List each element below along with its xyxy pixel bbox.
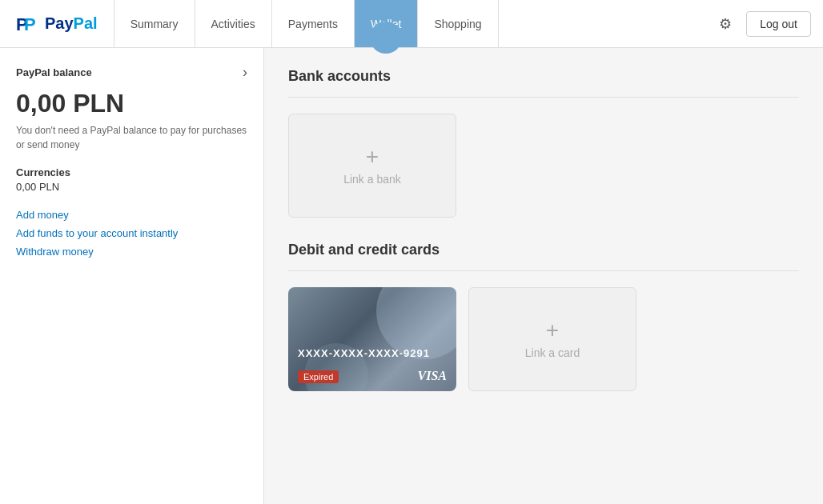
currencies-title: Currencies bbox=[16, 166, 247, 178]
nav-item-payments[interactable]: Payments bbox=[272, 0, 355, 47]
currencies-section: Currencies 0,00 PLN bbox=[16, 166, 247, 193]
settings-button[interactable]: ⚙ bbox=[713, 9, 738, 39]
main-layout: PayPal balance › 0,00 PLN You don't need… bbox=[0, 48, 823, 504]
logout-button[interactable]: Log out bbox=[746, 11, 811, 37]
debit-cards-row: XXXX-XXXX-XXXX-9291 Expired VISA + Link … bbox=[288, 287, 799, 391]
card-brand-logo: VISA bbox=[418, 369, 447, 383]
balance-title: PayPal balance bbox=[16, 66, 92, 78]
link-bank-plus-icon: + bbox=[366, 146, 379, 168]
debit-credit-title: Debit and credit cards bbox=[288, 242, 799, 258]
sidebar: PayPal balance › 0,00 PLN You don't need… bbox=[0, 48, 264, 504]
sidebar-links: Add money Add funds to your account inst… bbox=[16, 209, 247, 258]
link-card-plus-icon: + bbox=[546, 319, 559, 342]
paypal-logo-icon: P P bbox=[16, 11, 42, 37]
nav-item-summary[interactable]: Summary bbox=[114, 0, 195, 47]
bank-accounts-title: Bank accounts bbox=[288, 68, 799, 85]
add-money-link[interactable]: Add money bbox=[16, 209, 247, 221]
balance-arrow-icon[interactable]: › bbox=[243, 64, 247, 81]
card-number: XXXX-XXXX-XXXX-9291 bbox=[298, 347, 430, 359]
link-bank-card[interactable]: + Link a bank bbox=[288, 114, 456, 218]
svg-text:P: P bbox=[24, 14, 36, 34]
nav-item-shopping[interactable]: Shopping bbox=[418, 0, 498, 47]
bank-cards-row: + Link a bank bbox=[288, 114, 799, 218]
debit-section-divider bbox=[288, 270, 799, 271]
logo-area: P P PayPal bbox=[0, 0, 114, 47]
withdraw-money-link[interactable]: Withdraw money bbox=[16, 246, 247, 258]
link-card-button[interactable]: + Link a card bbox=[468, 287, 636, 391]
nav-item-activities[interactable]: Activities bbox=[195, 0, 272, 47]
bank-section-divider bbox=[288, 97, 799, 98]
balance-note: You don't need a PayPal balance to pay f… bbox=[16, 123, 247, 152]
paypal-logo[interactable]: P P PayPal bbox=[16, 11, 98, 37]
gear-icon: ⚙ bbox=[719, 16, 732, 32]
balance-amount: 0,00 PLN bbox=[16, 89, 247, 118]
currencies-value: 0,00 PLN bbox=[16, 181, 247, 193]
main-nav: Summary Activities Payments Wallet Shopp… bbox=[114, 0, 701, 47]
link-bank-label: Link a bank bbox=[343, 173, 401, 186]
card-expired-badge: Expired bbox=[298, 370, 339, 383]
balance-header: PayPal balance › bbox=[16, 64, 247, 81]
header: P P PayPal Summary Activities Payments W… bbox=[0, 0, 823, 48]
nav-item-wallet[interactable]: Wallet bbox=[355, 0, 418, 47]
existing-credit-card[interactable]: XXXX-XXXX-XXXX-9291 Expired VISA bbox=[288, 287, 456, 391]
logo-text: PayPal bbox=[45, 14, 98, 33]
content-area: Bank accounts + Link a bank Debit and cr… bbox=[264, 48, 823, 504]
link-card-label: Link a card bbox=[525, 346, 580, 359]
header-right: ⚙ Log out bbox=[701, 0, 823, 47]
add-funds-link[interactable]: Add funds to your account instantly bbox=[16, 227, 247, 239]
